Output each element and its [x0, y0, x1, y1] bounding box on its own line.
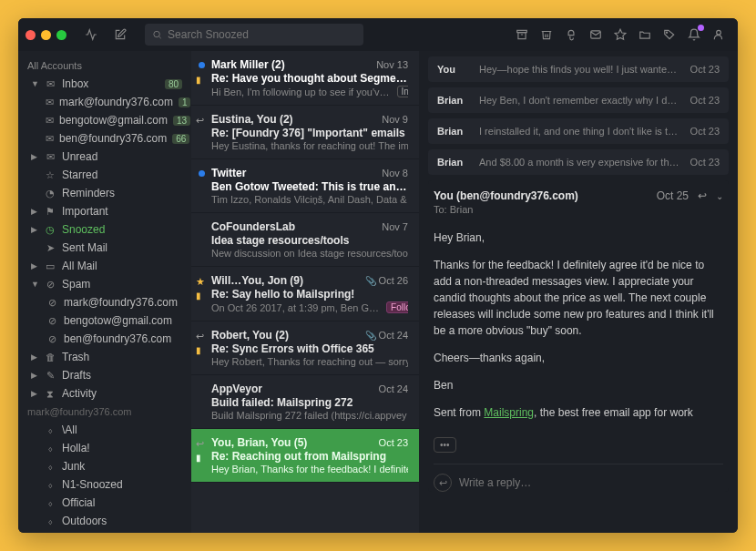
sidebar-spam-child[interactable]: ⊘mark@foundry376.com [18, 293, 191, 311]
thread-preview: Tim Izzo, Ronalds Vilciņš, Anil Dash, Da… [211, 194, 408, 205]
sidebar-label[interactable]: ⬨\All [18, 421, 191, 439]
minimize-window[interactable] [41, 30, 51, 40]
sidebar-spam[interactable]: ▼⊘Spam [18, 275, 191, 293]
sidebar-drafts[interactable]: ▶✎Drafts [18, 366, 191, 384]
notifications-icon[interactable] [682, 23, 706, 46]
sidebar-account[interactable]: ✉bengotow@gmail.com13 [18, 111, 191, 129]
thread-item[interactable]: ▮ Mark Miller (2)Nov 13 Re: Have you tho… [191, 51, 419, 106]
sidebar-label[interactable]: ⬨Test Mail [18, 530, 191, 533]
collapsed-message[interactable]: You Hey—hope this finds you well! I just… [428, 56, 729, 82]
bell-icon: ◔ [44, 188, 56, 199]
star-icon: ★ [196, 276, 205, 288]
thread-date: Nov 9 [382, 114, 408, 125]
sidebar-label[interactable]: ⬨Holla! [18, 439, 191, 457]
collapsed-message[interactable]: Brian Hey Ben, I don't remember exactly … [428, 87, 729, 113]
spam-icon[interactable] [559, 23, 583, 46]
sidebar-starred[interactable]: ☆Starred [18, 166, 191, 184]
thumbs-down-icon: ⊘ [46, 297, 58, 309]
followup-pill: Follow up [386, 301, 408, 313]
sidebar-snoozed[interactable]: ▶◷Snoozed [18, 220, 191, 239]
sidebar-item-label: Inbox [62, 77, 88, 90]
sidebar-spam-child[interactable]: ⊘ben@foundry376.com [18, 330, 191, 348]
search-box[interactable] [145, 24, 363, 46]
label-icon[interactable] [658, 23, 681, 46]
tag-icon: ⬨ [44, 497, 56, 508]
search-icon [152, 29, 162, 40]
star-icon: ☆ [44, 169, 56, 181]
message-sender: You [437, 64, 470, 75]
trash-icon: 🗑 [44, 352, 56, 362]
reply-icon[interactable]: ↩ [698, 189, 707, 202]
reply-composer[interactable]: ↩ Write a reply… [434, 464, 723, 492]
move-folder-icon[interactable] [633, 23, 657, 46]
sidebar-item-label: Sent Mail [62, 241, 107, 254]
thread-item-selected[interactable]: ↩ ▮ You, Brian, You (5)Oct 23 Re: Reachi… [191, 429, 419, 483]
sidebar-account[interactable]: ✉ben@foundry376.com66 [18, 129, 191, 148]
sidebar-inbox[interactable]: ▼ ✉ Inbox 80 [18, 75, 191, 93]
activity-icon[interactable] [79, 23, 103, 46]
sidebar-label[interactable]: ⬨Official [18, 494, 191, 512]
sidebar-item-label: Starred [62, 168, 97, 181]
window-controls [26, 30, 66, 40]
thread-item[interactable]: AppVeyorOct 24 Build failed: Mailspring … [191, 375, 419, 429]
thread-item[interactable]: TwitterNov 8 Ben Gotow Tweeted: This is … [191, 159, 419, 213]
sidebar-label[interactable]: ⬨Outdoors [18, 512, 191, 530]
thread-item[interactable]: ↩ ▮ Robert, You (2)📎Oct 24 Re: Sync Erro… [191, 321, 419, 375]
sidebar-header: All Accounts [18, 56, 191, 75]
sidebar-important[interactable]: ▶⚑Important [18, 202, 191, 220]
close-window[interactable] [26, 30, 36, 40]
tag-icon: ▮ [196, 345, 201, 355]
mailspring-link[interactable]: Mailspring [484, 406, 534, 419]
thread-item[interactable]: ↩ Eustina, You (2)Nov 9 Re: [Foundry 376… [191, 106, 419, 159]
thread-preview: New discussion on Idea stage resources/t… [211, 248, 408, 259]
message-date: Oct 23 [690, 126, 720, 137]
message-snippet: Hey—hope this finds you well! I just wan… [479, 64, 681, 75]
titlebar [18, 18, 738, 51]
thread-item[interactable]: ★ ▮ Will…You, Jon (9)📎Oct 26 Re: Say hel… [191, 267, 419, 321]
send-icon: ➤ [44, 242, 56, 254]
chevron-down-icon: ▼ [31, 280, 38, 289]
reply-icon: ↩ [434, 474, 452, 492]
sidebar-item-label: Snoozed [62, 223, 105, 236]
thread-from: Twitter [211, 167, 246, 179]
thread-preview: Hey Brian, Thanks for the feedback! I de… [211, 464, 408, 474]
thread-item[interactable]: CoFoundersLabNov 7 Idea stage resources/… [191, 213, 419, 267]
sidebar-allmail[interactable]: ▶▭All Mail [18, 257, 191, 275]
unread-dot-icon [199, 170, 205, 177]
tag-icon: ⬨ [44, 515, 56, 526]
zoom-window[interactable] [56, 30, 66, 40]
sidebar-item-label: Important [62, 205, 108, 218]
svg-point-8 [717, 30, 721, 35]
show-quoted-button[interactable]: ••• [434, 437, 456, 453]
chevron-down-icon[interactable]: ⌄ [716, 191, 723, 201]
message-to: To: Brian [434, 204, 723, 215]
count-badge: 1 [179, 97, 191, 107]
sidebar-unread[interactable]: ▶✉Unread [18, 148, 191, 166]
thread-from: You, Brian, You (5) [211, 436, 307, 449]
sidebar-reminders[interactable]: ◔Reminders [18, 184, 191, 202]
sidebar-sent[interactable]: ➤Sent Mail [18, 239, 191, 257]
trash-icon[interactable] [535, 23, 558, 46]
star-icon[interactable] [608, 23, 632, 46]
profile-icon[interactable] [707, 23, 730, 46]
sidebar-trash[interactable]: ▶🗑Trash [18, 348, 191, 366]
thread-from: AppVeyor [211, 383, 262, 395]
collapsed-message[interactable]: Brian I reinstalled it, and one thing I … [428, 118, 729, 144]
search-input[interactable] [168, 28, 356, 41]
thread-list: ▮ Mark Miller (2)Nov 13 Re: Have you tho… [191, 51, 419, 533]
thread-subject: Re: Say hello to Mailspring! [211, 288, 408, 301]
sidebar-account[interactable]: ✉mark@foundry376.com1 [18, 93, 191, 111]
archive-icon[interactable] [510, 23, 534, 46]
collapsed-message[interactable]: Brian And $8.00 a month is very expensiv… [428, 149, 729, 175]
compose-icon[interactable] [108, 23, 132, 46]
mail-icon: ✉ [46, 115, 54, 127]
sidebar-label[interactable]: ⬨Junk [18, 457, 191, 475]
sidebar-label[interactable]: ⬨N1-Snoozed [18, 475, 191, 494]
sidebar-activity[interactable]: ▶⧗Activity [18, 384, 191, 403]
mark-read-icon[interactable] [584, 23, 608, 46]
body-sent-from: Sent from Mailspring, the best free emai… [434, 404, 723, 421]
mail-icon: ✉ [46, 97, 54, 108]
message-date-actions: Oct 25 ↩ ⌄ [657, 189, 723, 202]
sidebar-spam-child[interactable]: ⊘bengotow@gmail.com [18, 311, 191, 330]
app-window: All Accounts ▼ ✉ Inbox 80 ✉mark@foundry3… [18, 18, 738, 533]
